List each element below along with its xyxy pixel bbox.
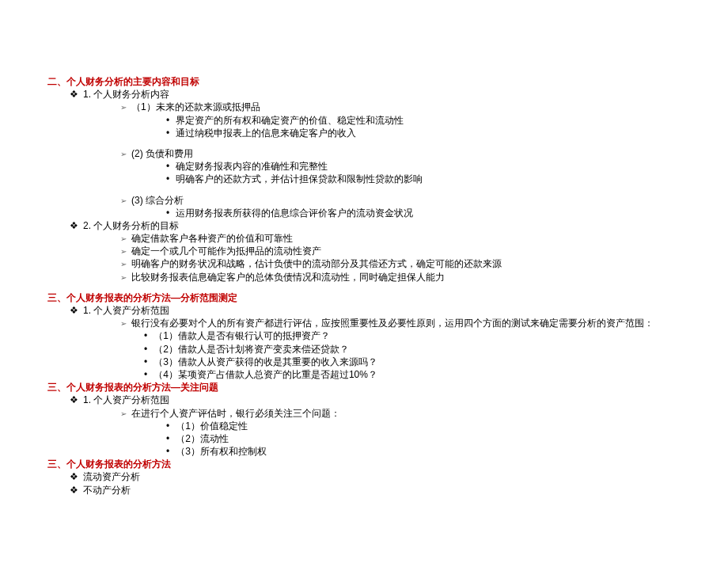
list-item: 2. 个人财务分析的目标 [70,219,696,232]
list-item: （1）价值稳定性 [166,420,696,432]
section-heading-3: 三、个人财务报表的分析方法—关注问题 [47,381,696,394]
list-item: 界定资产的所有权和确定资产的价值、稳定性和流动性 [166,114,696,127]
list-item: （2）流动性 [166,432,696,445]
list-item: 明确客户的还款方式，并估计担保贷款和限制性贷款的影响 [166,173,696,185]
list-item: 运用财务报表所获得的信息综合评价客户的流动资金状况 [166,207,696,219]
list-item: 不动产分析 [70,484,696,496]
list-item: 银行没有必要对个人的所有资产都进行评估，应按照重要性及必要性原则，运用四个方面的… [120,317,696,329]
list-item: （4）某项资产占借款人总资产的比重是否超过10%？ [144,368,696,381]
list-item: 通过纳税申报表上的信息来确定客户的收入 [166,127,696,139]
list-item: （3）借款人从资产获得的收是其重要的收入来源吗？ [144,356,696,368]
list-item: 1. 个人资产分析范围 [70,394,696,406]
list-item: 1. 个人资产分析范围 [70,304,696,317]
list-item: （1）借款人是否有银行认可的抵押资产？ [144,329,696,342]
list-item: (2) 负债和费用 [120,147,696,160]
section-heading-4: 三、个人财务报表的分析方法 [47,458,696,470]
list-item: 确定财务报表内容的准确性和完整性 [166,160,696,173]
section-heading-2: 三、个人财务报表的分析方法—分析范围测定 [47,291,696,304]
section-heading-1: 二、个人财务分析的主要内容和目标 [47,75,696,88]
list-item: 确定借款客户各种资产的价值和可靠性 [120,232,696,245]
list-item: 流动资产分析 [70,470,696,483]
list-item: 明确客户的财务状况和战略，估计负债中的流动部分及其偿还方式，确定可能的还款来源 [120,257,696,270]
list-item: 1. 个人财务分析内容 [70,88,696,101]
list-item: (3) 综合分析 [120,194,696,207]
list-item: 比较财务报表信息确定客户的总体负债情况和流动性，同时确定担保人能力 [120,271,696,283]
list-item: （3）所有权和控制权 [166,445,696,458]
list-item: （2）借款人是否计划将资产变卖来偿还贷款？ [144,343,696,356]
list-item: 在进行个人资产评估时，银行必须关注三个问题： [120,407,696,420]
list-item: （1）未来的还款来源或抵押品 [120,101,696,113]
list-item: 确定一个或几个可能作为抵押品的流动性资产 [120,245,696,257]
